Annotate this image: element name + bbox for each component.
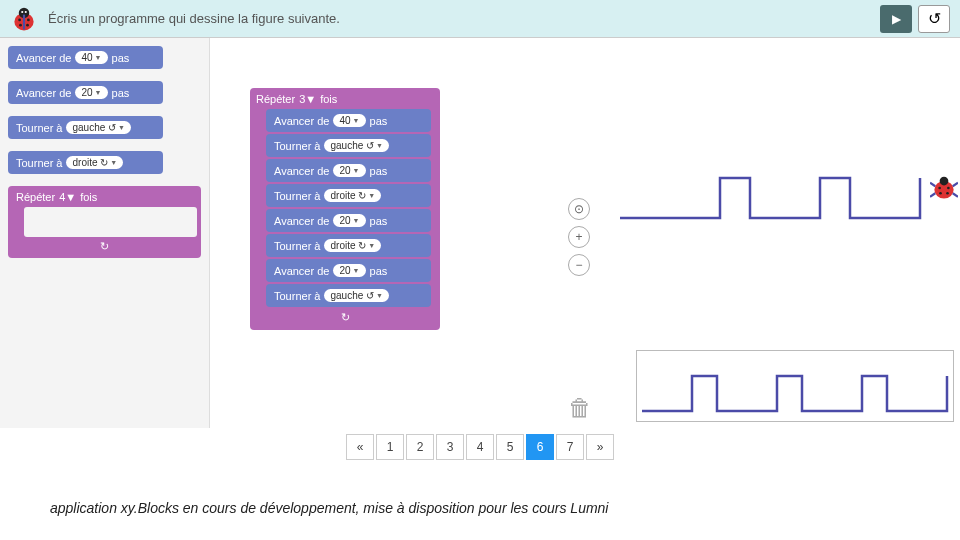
svg-point-11 [938,187,941,190]
svg-line-18 [953,193,958,197]
page-2[interactable]: 2 [406,434,434,460]
page-5[interactable]: 5 [496,434,524,460]
workspace-controls: ⊙ + − [568,198,590,276]
reset-button[interactable]: ↺ [918,5,950,33]
block-palette: Avancer de 40▼ pas Avancer de 20▼ pas To… [0,38,210,428]
palette-move-40[interactable]: Avancer de 40▼ pas [8,46,163,69]
target-figure [636,350,954,422]
svg-point-12 [947,187,950,190]
svg-point-6 [27,18,30,21]
svg-line-15 [930,183,935,187]
play-button[interactable]: ▶ [880,5,912,33]
dropdown-arrow-icon: ▼ [353,267,360,274]
workspace[interactable]: Répéter 3▼ fois Avancer de 40▼ pasTourne… [210,38,600,428]
svg-point-2 [21,10,23,12]
dropdown-arrow-icon: ▼ [368,242,375,249]
svg-point-8 [26,23,29,26]
page-next[interactable]: » [586,434,614,460]
dropdown-arrow-icon: ▼ [353,217,360,224]
instruction-text: Écris un programme qui dessine la figure… [48,11,874,26]
page-6[interactable]: 6 [526,434,554,460]
workspace-step-2[interactable]: Avancer de 20▼ pas [266,159,431,182]
workspace-step-0[interactable]: Avancer de 40▼ pas [266,109,431,132]
caption-text: application xy.Blocks en cours de dévelo… [50,500,608,516]
output-canvas [600,38,960,428]
svg-point-14 [946,192,949,195]
dropdown-arrow-icon: ▼ [65,191,76,203]
workspace-step-5[interactable]: Tourner à droite ↻▼ [266,234,431,257]
dropdown-arrow-icon: ▼ [376,142,383,149]
svg-point-3 [25,10,27,12]
repeat-slot[interactable] [24,207,197,237]
drawn-path [620,68,940,248]
palette-turn-left[interactable]: Tourner à gauche ↺▼ [8,116,163,139]
dropdown-arrow-icon: ▼ [376,292,383,299]
page-4[interactable]: 4 [466,434,494,460]
palette-turn-right[interactable]: Tourner à droite ↻▼ [8,151,163,174]
workspace-step-7[interactable]: Tourner à gauche ↺▼ [266,284,431,307]
workspace-repeat-block[interactable]: Répéter 3▼ fois Avancer de 40▼ pasTourne… [250,88,440,330]
play-icon: ▶ [892,12,901,26]
workspace-step-6[interactable]: Avancer de 20▼ pas [266,259,431,282]
main-area: Avancer de 40▼ pas Avancer de 20▼ pas To… [0,38,960,428]
svg-point-10 [940,177,949,186]
dropdown-arrow-icon: ▼ [95,54,102,61]
page-7[interactable]: 7 [556,434,584,460]
trash-icon[interactable]: 🗑 [568,394,592,422]
dropdown-arrow-icon: ▼ [95,89,102,96]
pagination: « 1234567 » [0,434,960,460]
zoom-in-button[interactable]: + [568,226,590,248]
dropdown-arrow-icon: ▼ [305,93,316,105]
workspace-repeat-body[interactable]: Avancer de 40▼ pasTourner à gauche ↺▼Ava… [266,109,434,307]
center-button[interactable]: ⊙ [568,198,590,220]
ladybug-icon [10,5,38,33]
dropdown-arrow-icon: ▼ [118,124,125,131]
svg-point-13 [939,192,942,195]
loop-icon: ↻ [341,311,350,324]
workspace-step-1[interactable]: Tourner à gauche ↺▼ [266,134,431,157]
header-bar: Écris un programme qui dessine la figure… [0,0,960,38]
palette-repeat[interactable]: Répéter 4▼ fois ↻ [8,186,201,258]
reset-icon: ↺ [928,9,941,28]
loop-icon: ↻ [100,240,109,253]
dropdown-arrow-icon: ▼ [368,192,375,199]
palette-move-20[interactable]: Avancer de 20▼ pas [8,81,163,104]
dropdown-arrow-icon: ▼ [110,159,117,166]
zoom-out-button[interactable]: − [568,254,590,276]
page-1[interactable]: 1 [376,434,404,460]
svg-line-17 [930,193,935,197]
ladybug-sprite [930,174,958,202]
workspace-step-3[interactable]: Tourner à droite ↻▼ [266,184,431,207]
page-3[interactable]: 3 [436,434,464,460]
svg-line-16 [953,183,958,187]
dropdown-arrow-icon: ▼ [353,167,360,174]
svg-point-5 [18,18,21,21]
workspace-step-4[interactable]: Avancer de 20▼ pas [266,209,431,232]
svg-point-7 [19,23,22,26]
page-prev[interactable]: « [346,434,374,460]
dropdown-arrow-icon: ▼ [353,117,360,124]
